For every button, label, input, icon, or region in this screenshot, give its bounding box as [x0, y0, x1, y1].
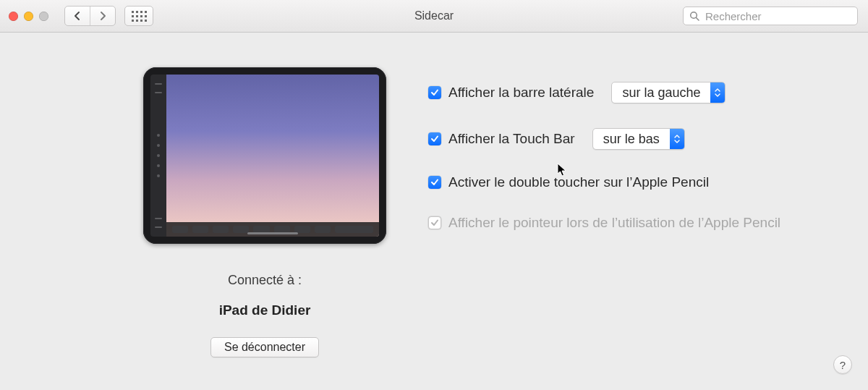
ipad-sidebar-illustration	[150, 75, 166, 237]
check-icon	[430, 88, 439, 97]
double-tap-pencil-label: Activer le double toucher sur l’Apple Pe…	[448, 174, 709, 190]
updown-icon	[710, 82, 725, 103]
option-double-tap-pencil: Activer le double toucher sur l’Apple Pe…	[428, 174, 842, 190]
show-touchbar-checkbox[interactable]	[428, 132, 441, 145]
content: Connecté à : iPad de Didier Se déconnect…	[0, 33, 868, 357]
show-touchbar-label: Afficher la Touch Bar	[448, 131, 575, 147]
search-icon	[689, 11, 699, 21]
ipad-touchbar-illustration	[166, 222, 379, 237]
ipad-illustration	[143, 67, 386, 244]
titlebar: Sidecar	[0, 0, 868, 33]
back-button[interactable]	[65, 7, 90, 25]
show-pointer-pencil-checkbox	[428, 216, 441, 229]
connected-to-label: Connecté à :	[228, 273, 302, 288]
chevron-right-icon	[99, 11, 106, 21]
touchbar-position-select[interactable]: sur le bas	[592, 128, 685, 150]
window-controls	[9, 12, 48, 21]
show-all-prefs-button[interactable]	[124, 6, 153, 26]
show-sidebar-checkbox[interactable]	[428, 86, 441, 99]
ipad-screen-illustration	[166, 75, 379, 237]
touchbar-position-value: sur le bas	[593, 129, 670, 149]
option-show-touchbar: Afficher la Touch Bar sur le bas	[428, 128, 842, 150]
chevron-left-icon	[74, 11, 81, 21]
option-show-sidebar: Afficher la barre latérale sur la gauche	[428, 82, 842, 103]
double-tap-pencil-checkbox[interactable]	[428, 176, 441, 189]
sidebar-position-value: sur la gauche	[612, 82, 710, 103]
forward-button[interactable]	[90, 7, 115, 25]
check-icon	[430, 178, 439, 187]
sidebar-position-select[interactable]: sur la gauche	[611, 82, 726, 103]
options-panel: Afficher la barre latérale sur la gauche…	[428, 67, 842, 357]
search-field[interactable]	[683, 7, 858, 25]
check-icon	[430, 219, 439, 227]
option-show-pointer-pencil: Afficher le pointeur lors de l’utilisati…	[428, 215, 842, 231]
help-button[interactable]: ?	[833, 355, 852, 374]
nav-back-forward	[64, 6, 116, 26]
device-panel: Connecté à : iPad de Didier Se déconnect…	[142, 67, 388, 357]
check-icon	[430, 135, 439, 143]
show-pointer-pencil-label: Afficher le pointeur lors de l’utilisati…	[448, 215, 780, 231]
search-input[interactable]	[704, 9, 851, 23]
svg-line-1	[697, 18, 699, 21]
close-window-button[interactable]	[9, 12, 18, 21]
device-name: iPad de Didier	[219, 302, 311, 318]
zoom-window-button	[39, 12, 48, 21]
updown-icon	[670, 129, 684, 149]
disconnect-button[interactable]: Se déconnecter	[210, 337, 319, 357]
show-sidebar-label: Afficher la barre latérale	[448, 85, 594, 101]
minimize-window-button[interactable]	[24, 12, 33, 21]
